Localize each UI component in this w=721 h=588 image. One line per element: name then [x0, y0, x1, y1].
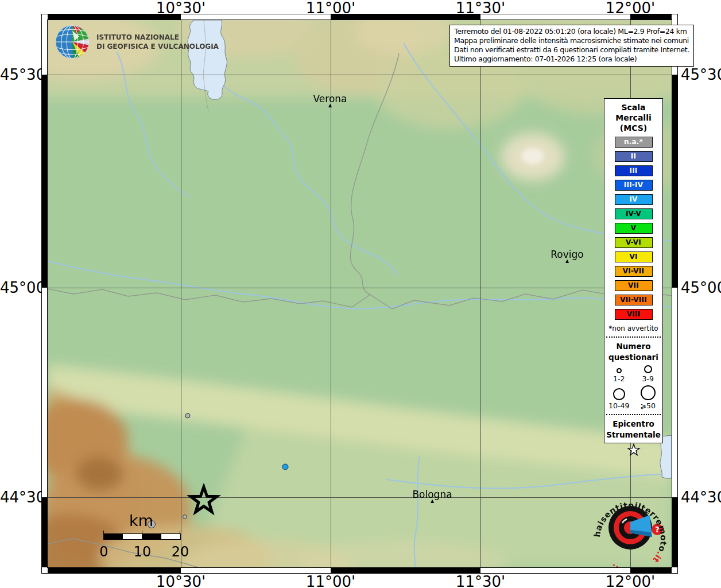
legend-separator [606, 336, 661, 338]
axis-label-lon-top-4: 12°00' [606, 1, 655, 16]
size-label: 10-49 [608, 401, 629, 410]
terrain-basemap [48, 20, 672, 567]
legend-class-vi-vii: VI-VII [615, 266, 653, 277]
ingv-name: ISTITUTO NAZIONALE DI GEOFISICA E VULCAN… [96, 33, 219, 51]
axis-label-lon-bottom-1: 10°30' [156, 574, 206, 588]
size-item-10-49: 10-49 [604, 385, 634, 410]
size-circle-icon [644, 365, 652, 373]
legend-title-line2: Mercalli [604, 113, 662, 123]
frame-band-bottom [42, 567, 677, 573]
size-circle-icon [617, 368, 622, 373]
legend-class-na: n.a.* [615, 137, 653, 148]
legend-epicenter-title-2: Strumentale [604, 430, 662, 440]
scalebar [103, 533, 181, 540]
grid-line-lat-1 [48, 75, 672, 75]
haisentito-logo: ? haisentitoilterremoto.itwww. [590, 488, 670, 567]
legend-epicenter-star-icon [626, 443, 641, 458]
grid-line-lon-1 [181, 20, 181, 567]
size-item-50plus: ⩾50 [634, 385, 663, 410]
scalebar-tick [142, 531, 142, 533]
mountain-peak-highlight [521, 148, 544, 164]
axis-label-lat-right-2: 45°00' [681, 280, 721, 295]
legend-questionnaires-title-1: Numero [604, 341, 662, 352]
legend-class-vii: VII [615, 280, 653, 291]
legend-title-line3: (MCS) [604, 123, 662, 133]
legend-questionnaires-title-2: questionari [604, 352, 662, 363]
axis-label-lon-top-2: 11°00' [306, 1, 355, 16]
size-item-3-9: 3-9 [634, 365, 663, 383]
scalebar-label-20: 20 [172, 544, 189, 560]
axis-label-lon-bottom-4: 12°00' [606, 574, 655, 588]
size-label: 3-9 [642, 374, 654, 383]
logo-text-www: www. [609, 562, 639, 567]
grid-line-lat-2 [48, 288, 672, 288]
seismic-intensity-map-page: 10°30' 11°00' 11°30' 12°00' 10°30' 11°00… [0, 0, 721, 588]
frame-band-left [42, 20, 48, 567]
axis-label-lat-right-3: 44°30' [681, 490, 721, 505]
size-label: 1-2 [613, 374, 625, 383]
grid-line-lon-3 [480, 20, 481, 567]
map-area: Verona ▲ Rovigo ▲ Bologna ▲ km [48, 20, 672, 567]
legend-class-iii-iv: III-IV [615, 180, 653, 191]
legend-questionnaire-sizes: 1-2 3-9 10-49 ⩾50 [604, 365, 662, 410]
frame-band-top [42, 14, 677, 20]
questionnaire-dot-intensity-iv [282, 464, 289, 470]
legend-class-iii: III [615, 165, 653, 176]
axis-label-lat-left-2: 45°00' [0, 280, 39, 295]
map-frame: Verona ▲ Rovigo ▲ Bologna ▲ km [42, 14, 677, 573]
event-info-line-2: Mappa preliminare delle intensità macros… [454, 36, 689, 45]
axis-label-lon-bottom-3: 11°30' [456, 574, 505, 588]
size-item-1-2: 1-2 [604, 365, 634, 383]
ingv-logo: ISTITUTO NAZIONALE DI GEOFISICA E VULCAN… [55, 24, 223, 60]
axis-label-lat-left-1: 45°30' [0, 67, 39, 82]
ingv-globe-icon [55, 24, 90, 60]
legend-class-vi: VI [615, 252, 653, 262]
event-info-line-3: Dati non verificati estratti da 6 questi… [454, 45, 689, 55]
ingv-name-line1: ISTITUTO NAZIONALE [96, 33, 219, 42]
legend-epicenter-title-1: Epicentro [604, 419, 662, 430]
legend-class-vii-viii: VII-VIII [615, 295, 653, 305]
size-label: ⩾50 [641, 401, 656, 410]
legend-class-viii: VIII [615, 309, 653, 320]
axis-label-lon-top-3: 11°30' [456, 1, 505, 16]
event-info-line-4: Ultimo aggiornamento: 07-01-2026 12:25 (… [454, 55, 689, 64]
size-circle-icon [641, 385, 656, 400]
legend-class-iv: IV [615, 194, 653, 205]
legend-separator [606, 414, 661, 415]
legend-class-v-vi: V-VI [615, 237, 653, 248]
event-info-line-1: Terremoto del 01-08-2022 05:01:20 (ora l… [454, 27, 689, 36]
frame-band-right [672, 20, 677, 567]
legend-class-ii: II [615, 151, 653, 162]
legend-class-v: V [615, 223, 653, 234]
scalebar-label-10: 10 [134, 544, 152, 560]
scalebar-tick [180, 531, 180, 533]
axis-label-lon-bottom-2: 11°00' [306, 574, 355, 588]
legend-panel: Scala Mercalli (MCS) n.a.* II III III-IV… [604, 98, 663, 443]
ingv-name-line2: DI GEOFISICA E VULCANOLOGIA [96, 42, 219, 51]
axis-label-lon-top-1: 10°30' [156, 1, 206, 16]
city-rovigo: Rovigo ▲ [551, 250, 583, 263]
scalebar-label-0: 0 [99, 544, 108, 560]
axis-label-lat-right-1: 45°30' [681, 67, 721, 82]
epicenter-star-icon [187, 483, 221, 518]
event-info-box: Terremoto del 01-08-2022 05:01:20 (ora l… [449, 25, 694, 67]
scalebar-unit: km [129, 512, 153, 529]
size-circle-icon [613, 388, 625, 400]
city-verona: Verona ▲ [313, 94, 347, 107]
questionnaire-dot-na [185, 413, 191, 419]
city-bologna: Bologna ▲ [412, 490, 452, 503]
legend-class-iv-v: IV-V [615, 208, 653, 219]
legend-title-line1: Scala [604, 102, 662, 113]
axis-label-lat-left-3: 44°30' [0, 490, 39, 505]
legend-footnote: *non avvertito [604, 324, 662, 332]
scalebar-tick [103, 531, 104, 533]
grid-line-lat-3 [48, 497, 672, 498]
